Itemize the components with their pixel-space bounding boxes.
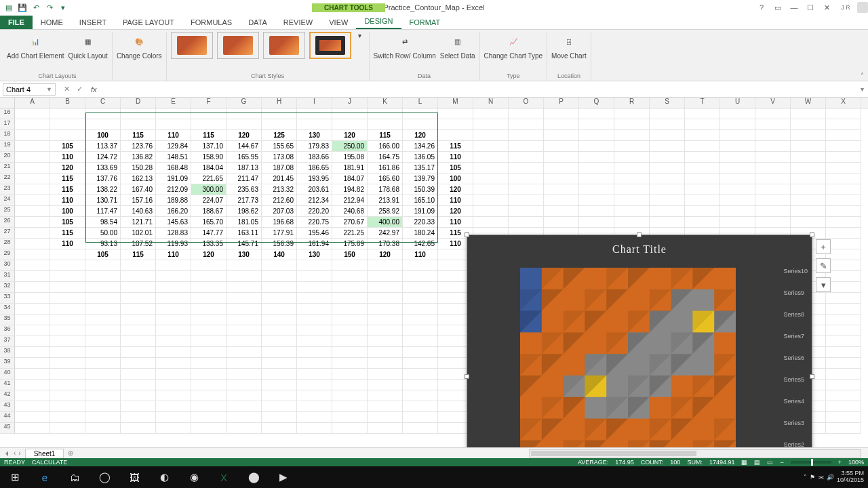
cell[interactable] [403, 260, 438, 271]
column-header[interactable]: G [226, 98, 262, 108]
cell[interactable] [826, 293, 861, 304]
cell[interactable] [614, 195, 650, 206]
cell[interactable] [262, 260, 297, 271]
cell[interactable] [509, 184, 544, 195]
row-header[interactable]: 16 [0, 108, 15, 119]
cell[interactable] [438, 130, 473, 141]
cell[interactable] [297, 412, 332, 423]
close-icon[interactable]: ✕ [819, 3, 834, 12]
cell[interactable] [403, 293, 438, 304]
cell[interactable] [191, 423, 226, 434]
cell[interactable] [226, 358, 262, 369]
cell[interactable] [544, 141, 579, 152]
cell[interactable] [226, 412, 262, 423]
cell[interactable]: 110 [50, 239, 85, 249]
zoom-slider[interactable] [791, 461, 831, 464]
cell[interactable] [403, 358, 438, 369]
cell[interactable] [332, 304, 368, 314]
tray-up-icon[interactable]: ˄ [804, 474, 807, 481]
cell[interactable] [15, 325, 50, 336]
cell[interactable] [544, 152, 579, 163]
cell[interactable] [332, 314, 368, 325]
cell[interactable] [85, 380, 121, 390]
cell[interactable] [685, 141, 720, 152]
cell[interactable] [191, 347, 226, 358]
cell[interactable] [297, 282, 332, 293]
row-header[interactable]: 45 [0, 423, 15, 434]
cell[interactable] [826, 347, 861, 358]
cell[interactable] [297, 380, 332, 390]
column-header[interactable]: K [368, 98, 403, 108]
cell[interactable] [826, 271, 861, 282]
cell[interactable] [85, 358, 121, 369]
cell[interactable] [755, 174, 791, 184]
cell[interactable] [15, 314, 50, 325]
collapse-ribbon-icon[interactable]: ˄ [861, 72, 864, 79]
row-header[interactable]: 21 [0, 163, 15, 174]
cell[interactable] [332, 282, 368, 293]
cell[interactable] [473, 152, 509, 163]
cell[interactable] [85, 412, 121, 423]
cell[interactable] [755, 163, 791, 174]
cell[interactable] [50, 369, 85, 380]
column-header[interactable]: H [262, 98, 297, 108]
chart-title[interactable]: Chart Title [467, 235, 812, 260]
avatar-icon[interactable] [857, 2, 868, 13]
cell[interactable] [121, 325, 156, 336]
cell[interactable] [614, 108, 650, 119]
move-chart-button[interactable]: ⍈Move Chart [551, 32, 587, 60]
cell[interactable] [403, 282, 438, 293]
cell[interactable] [121, 380, 156, 390]
column-header[interactable]: R [614, 98, 650, 108]
cell[interactable] [650, 174, 685, 184]
cell[interactable] [650, 184, 685, 195]
cell[interactable] [579, 217, 614, 228]
resize-handle[interactable] [637, 232, 642, 237]
cell[interactable] [156, 282, 191, 293]
column-header[interactable]: J [332, 98, 368, 108]
cell[interactable] [755, 206, 791, 217]
cell[interactable] [614, 152, 650, 163]
taskbar-app-icon[interactable]: 🖼 [119, 466, 149, 488]
column-header[interactable]: V [755, 98, 791, 108]
cell[interactable] [297, 390, 332, 401]
tray-volume-icon[interactable]: 🔊 [827, 474, 834, 481]
cell[interactable] [226, 347, 262, 358]
cell[interactable] [720, 195, 755, 206]
cell[interactable] [121, 347, 156, 358]
ribbon-tab-review[interactable]: REVIEW [275, 16, 321, 29]
cell[interactable] [826, 119, 861, 130]
cell[interactable] [50, 325, 85, 336]
cell[interactable] [650, 163, 685, 174]
cell[interactable] [191, 304, 226, 314]
maximize-icon[interactable]: ☐ [803, 3, 818, 12]
row-header[interactable]: 43 [0, 401, 15, 412]
cell[interactable] [403, 390, 438, 401]
row-header[interactable]: 44 [0, 412, 15, 423]
redo-icon[interactable]: ↷ [45, 3, 54, 12]
tray-flag-icon[interactable]: ⚑ [810, 474, 815, 481]
cell[interactable] [226, 271, 262, 282]
cell[interactable]: 110 [156, 249, 191, 260]
cell[interactable] [755, 152, 791, 163]
cell[interactable] [15, 401, 50, 412]
cell[interactable] [50, 412, 85, 423]
enter-formula-icon[interactable]: ✓ [77, 85, 83, 94]
taskbar-explorer-icon[interactable]: 🗂 [60, 466, 90, 488]
formula-input[interactable] [101, 83, 861, 96]
cell[interactable] [191, 282, 226, 293]
cell[interactable] [262, 347, 297, 358]
row-header[interactable]: 38 [0, 347, 15, 358]
cell[interactable] [85, 423, 121, 434]
cell[interactable] [368, 282, 403, 293]
cell[interactable]: 120 [438, 184, 473, 195]
cell[interactable] [297, 271, 332, 282]
cell[interactable] [332, 293, 368, 304]
help-icon[interactable]: ? [754, 3, 769, 12]
cell[interactable] [579, 174, 614, 184]
chart-filters-button[interactable]: ▾ [816, 277, 831, 292]
horizontal-scrollbar[interactable] [529, 449, 861, 458]
cell[interactable] [403, 314, 438, 325]
cell[interactable] [368, 401, 403, 412]
cell[interactable] [826, 152, 861, 163]
